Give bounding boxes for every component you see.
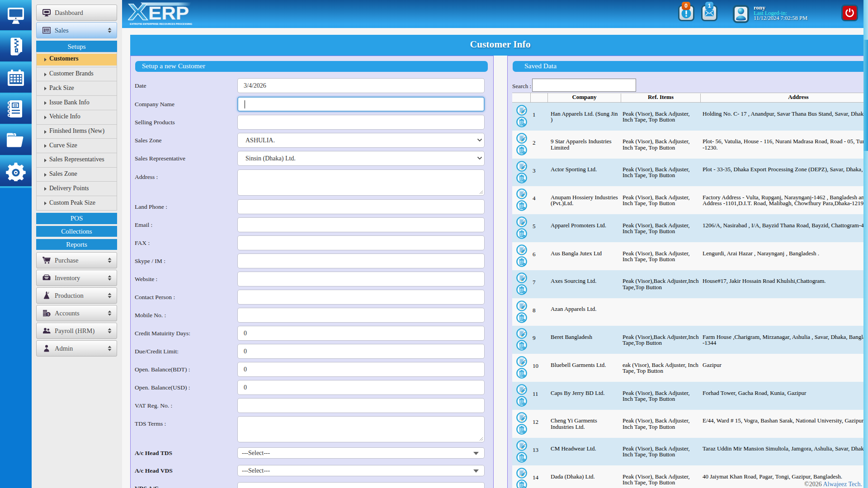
svg-text:ERP: ERP bbox=[148, 3, 189, 23]
svg-text:EXTROTIE ENTERPRISE RECOURCES: EXTROTIE ENTERPRISE RECOURCES PROCESSING bbox=[130, 22, 192, 25]
svg-text:X: X bbox=[128, 1, 148, 25]
